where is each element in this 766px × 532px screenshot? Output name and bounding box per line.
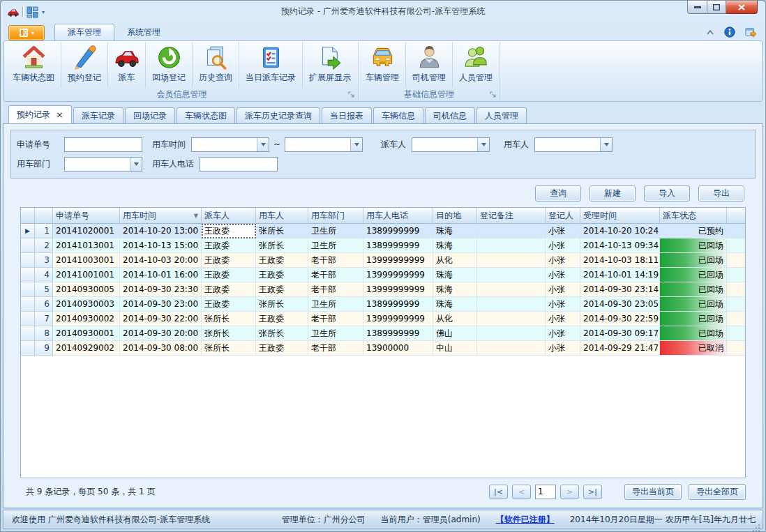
- cell-apply-no[interactable]: 20140930005: [53, 282, 120, 297]
- chevron-down-icon[interactable]: [350, 138, 362, 151]
- cell-registrar[interactable]: 小张: [546, 326, 580, 341]
- cell-registrar[interactable]: 小张: [546, 282, 580, 297]
- row-indicator[interactable]: [21, 312, 35, 326]
- chevron-down-icon[interactable]: [477, 138, 489, 151]
- cell-destination[interactable]: 珠海: [433, 268, 477, 282]
- cell-destination[interactable]: 从化: [433, 253, 477, 268]
- cell-dispatcher[interactable]: 张所长: [202, 341, 256, 356]
- chevron-down-icon[interactable]: [257, 138, 269, 151]
- row-number[interactable]: 5: [35, 282, 53, 297]
- cell-dept[interactable]: 老干部: [308, 341, 363, 356]
- cell-dispatch-status[interactable]: 已回场: [660, 268, 727, 282]
- cell-accept-time[interactable]: 2014-09-30 22:59: [580, 312, 660, 326]
- cell-dispatch-status[interactable]: 已回场: [660, 312, 727, 326]
- cell-use-time[interactable]: 2014-10-03 20:00: [120, 253, 202, 268]
- cell-user[interactable]: 张所长: [256, 326, 308, 341]
- row-number[interactable]: 4: [35, 268, 53, 282]
- row-number[interactable]: 6: [35, 297, 53, 312]
- cell-apply-no[interactable]: 20140930002: [53, 312, 120, 326]
- cell-destination[interactable]: 珠海: [433, 297, 477, 312]
- row-indicator[interactable]: [21, 253, 35, 268]
- cell-apply-no[interactable]: 20140930001: [53, 326, 120, 341]
- table-row[interactable]: 5 20140930005 2014-09-30 23:30 王政委 王政委 老…: [21, 282, 745, 297]
- cell-use-time[interactable]: 2014-09-30 23:00: [120, 297, 202, 312]
- document-tab[interactable]: 回场记录: [125, 107, 175, 123]
- cell-dept[interactable]: 老干部: [308, 268, 363, 282]
- cell-phone[interactable]: 1389999999: [363, 238, 433, 253]
- cell-destination[interactable]: 珠海: [433, 224, 477, 238]
- cell-dispatcher[interactable]: 王政委: [202, 224, 256, 238]
- ribbon-button[interactable]: 车辆状态图: [6, 42, 61, 88]
- info-icon[interactable]: [724, 26, 735, 38]
- export-all-pages-button[interactable]: 导出全部页: [689, 484, 746, 500]
- cell-apply-no[interactable]: 20141013001: [53, 238, 120, 253]
- quick-access-dropdown-icon[interactable]: ▾: [42, 9, 45, 15]
- registered-link[interactable]: 【软件已注册】: [496, 514, 555, 526]
- row-indicator[interactable]: [21, 238, 35, 253]
- ribbon-button[interactable]: 派车: [108, 42, 146, 88]
- row-number[interactable]: 1: [35, 224, 53, 238]
- cell-use-time[interactable]: 2014-09-30 23:30: [120, 282, 202, 297]
- row-number[interactable]: 2: [35, 238, 53, 253]
- row-indicator[interactable]: [21, 282, 35, 297]
- cell-dispatcher[interactable]: 王政委: [202, 253, 256, 268]
- cell-phone[interactable]: 13999999999: [363, 312, 433, 326]
- apply-no-input[interactable]: [64, 137, 142, 152]
- cell-dept[interactable]: 老干部: [308, 282, 363, 297]
- table-row[interactable]: 7 20140930002 2014-09-30 22:00 张所长 王政委 老…: [21, 312, 745, 326]
- cell-registrar[interactable]: 小张: [546, 312, 580, 326]
- document-tab[interactable]: 车辆状态图: [177, 107, 235, 123]
- cell-registrar[interactable]: 小张: [546, 268, 580, 282]
- first-page-button[interactable]: |<: [489, 485, 508, 499]
- prev-page-button[interactable]: <: [512, 485, 531, 499]
- table-row[interactable]: 2 20141013001 2014-10-13 15:00 王政委 张所长 卫…: [21, 238, 745, 253]
- cell-dept[interactable]: 卫生所: [308, 238, 363, 253]
- column-header[interactable]: 用车人▼: [256, 208, 308, 224]
- cell-destination[interactable]: 从化: [433, 312, 477, 326]
- import-button[interactable]: 导入: [644, 185, 690, 202]
- cell-dispatch-status[interactable]: 已回场: [660, 326, 727, 341]
- dept-combo[interactable]: [64, 157, 142, 172]
- create-button[interactable]: 新建: [589, 185, 636, 202]
- app-car-icon[interactable]: [7, 6, 19, 18]
- export-button[interactable]: 导出: [698, 185, 744, 202]
- cell-remark[interactable]: [477, 253, 546, 268]
- maximize-button[interactable]: [707, 1, 726, 14]
- close-tab-icon[interactable]: ×: [56, 112, 63, 119]
- cell-registrar[interactable]: 小张: [546, 238, 580, 253]
- sort-arrow-icon[interactable]: ▼: [194, 213, 198, 219]
- column-header[interactable]: 派车状态▼: [660, 208, 727, 224]
- table-row[interactable]: ▶ 1 20141020001 2014-10-20 13:00 王政委 张所长…: [21, 224, 745, 238]
- table-row[interactable]: 6 20140930003 2014-09-30 23:00 王政委 张所长 卫…: [21, 297, 745, 312]
- row-number[interactable]: 8: [35, 326, 53, 341]
- column-header[interactable]: 受理时间▼: [580, 208, 660, 224]
- column-header[interactable]: 目的地▼: [433, 208, 477, 224]
- row-number[interactable]: 3: [35, 253, 53, 268]
- document-tab[interactable]: 司机信息: [425, 107, 475, 123]
- chevron-down-icon[interactable]: [130, 158, 142, 171]
- cell-use-time[interactable]: 2014-10-20 13:00: [120, 224, 202, 238]
- cell-dept[interactable]: 卫生所: [308, 326, 363, 341]
- cell-dispatch-status[interactable]: 已回场: [660, 282, 727, 297]
- cell-user[interactable]: 王政委: [256, 282, 308, 297]
- cell-apply-no[interactable]: 20141020001: [53, 224, 120, 238]
- cell-user[interactable]: 张所长: [256, 238, 308, 253]
- user-combo[interactable]: [534, 137, 613, 152]
- cell-phone[interactable]: 13900000: [363, 341, 433, 356]
- document-tab[interactable]: 当日报表: [322, 107, 372, 123]
- use-time-to-combo[interactable]: [285, 137, 363, 152]
- cell-phone[interactable]: 1389999999: [363, 297, 433, 312]
- table-row[interactable]: 9 20140929002 2014-09-30 08:00 张所长 王政委 老…: [21, 341, 745, 356]
- cell-dispatch-status[interactable]: 已取消: [660, 341, 727, 356]
- row-indicator[interactable]: [21, 297, 35, 312]
- row-number[interactable]: 7: [35, 312, 53, 326]
- cell-dispatch-status[interactable]: 已预约: [660, 224, 727, 238]
- document-tab[interactable]: 派车历史记录查询: [236, 107, 320, 123]
- cell-phone[interactable]: 13999999999: [363, 253, 433, 268]
- column-header[interactable]: 用车人电话▼: [363, 208, 433, 224]
- cell-user[interactable]: 王政委: [256, 341, 308, 356]
- table-row[interactable]: 8 20140930001 2014-09-30 20:00 张所长 张所长 卫…: [21, 326, 745, 341]
- ribbon-button[interactable]: 人员管理: [453, 42, 499, 88]
- dialog-launcher-icon[interactable]: [348, 91, 355, 98]
- cell-destination[interactable]: 佛山: [433, 326, 477, 341]
